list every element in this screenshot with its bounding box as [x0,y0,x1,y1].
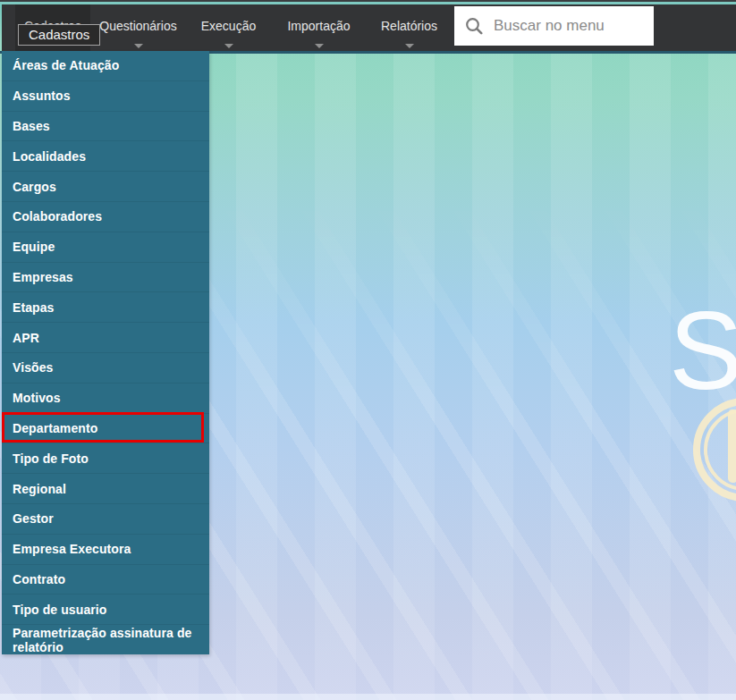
menu-item-label: Empresas [13,270,73,284]
menu-item[interactable]: Equipe [2,232,209,262]
menu-item[interactable]: Assuntos [2,80,209,111]
nav-menu-row: Questionários Execução Importação Relató… [93,4,454,51]
menu-item[interactable]: Áreas de Atuação [2,51,209,80]
menu-item-label: Assuntos [13,89,71,103]
menu-item-label: Motivos [13,391,61,405]
menu-item-label: Cargos [13,180,56,194]
menu-item-label: Contrato [13,572,65,586]
menu-item-label: Regional [13,482,66,496]
nav-item-label: Importação [287,19,350,33]
top-navbar: Cadastros Questionários Execução Importa… [2,4,736,51]
watermark-letter: S [669,295,736,406]
chevron-down-icon [315,44,324,48]
menu-item-label: Departamento [13,421,97,435]
menu-item[interactable]: Colaboradores [2,201,209,232]
menu-item-label: Parametrização assinatura de relatório [13,626,209,654]
menu-item[interactable]: Motivos [2,383,209,413]
search-input[interactable] [494,17,646,35]
menu-item[interactable]: Cargos [2,171,209,201]
menu-item-label: Tipo de Foto [13,451,89,466]
menu-item-label: Localidades [13,149,86,164]
menu-item[interactable]: Regional [2,473,209,503]
nav-item[interactable]: Execução [183,4,274,51]
menu-search-box [454,6,654,46]
nav-item[interactable]: Importação [274,4,364,51]
menu-item[interactable]: Departamento [2,413,209,443]
nav-item[interactable]: Relatórios [364,4,454,51]
menu-item-label: Áreas de Atuação [13,58,119,72]
menu-item-label: Bases [13,119,50,133]
nav-item[interactable]: Questionários [93,4,183,51]
chevron-down-icon [405,44,414,48]
nav-item-label: Questionários [99,19,176,33]
cadastros-tooltip: Cadastros [18,24,100,46]
menu-item-label: Equipe [13,240,55,254]
nav-item-label: Relatórios [381,19,437,33]
chevron-down-icon [224,44,233,48]
menu-item[interactable]: Gestor [2,503,209,534]
chevron-down-icon [134,44,143,48]
nav-item-label: Execução [201,19,256,33]
menu-item[interactable]: Bases [2,111,209,141]
menu-item[interactable]: Empresa Executora [2,534,209,564]
menu-item-label: Gestor [13,511,54,526]
menu-item-label: Colaboradores [13,209,102,223]
bottom-light-band [0,694,736,700]
menu-item-label: Etapas [13,300,55,315]
menu-item[interactable]: Tipo de Foto [2,443,209,473]
menu-item[interactable]: Empresas [2,262,209,292]
menu-item-label: Tipo de usuario [13,603,106,617]
menu-item[interactable]: Etapas [2,291,209,322]
accent-line [0,2,736,4]
menu-item[interactable]: Localidades [2,140,209,171]
menu-item-label: Empresa Executora [13,542,131,556]
search-icon [465,17,483,35]
menu-item[interactable]: Tipo de usuario [2,594,209,624]
menu-item-label: Visões [13,360,54,375]
cadastros-dropdown-menu: Áreas de Atuação Assuntos Bases Localida… [2,51,209,654]
menu-item-label: APR [13,331,39,345]
menu-item[interactable]: Contrato [2,564,209,595]
logo-letter-fragment [728,409,736,483]
menu-item[interactable]: Visões [2,352,209,383]
menu-item[interactable]: APR [2,322,209,352]
menu-item[interactable]: Parametrização assinatura de relatório [2,624,209,654]
